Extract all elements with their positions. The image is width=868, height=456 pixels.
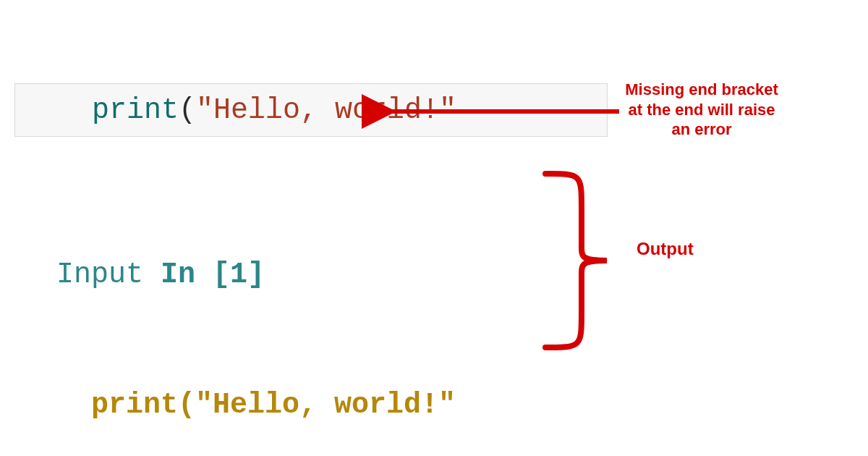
output-header-prefix: Input (22, 258, 161, 291)
output-echo-text: print("Hello, world!" (22, 389, 456, 421)
output-area: Input In [1] print("Hello, world!" ^ Syn… (22, 166, 595, 456)
output-header-index: In [1] (161, 258, 265, 291)
output-header: Input In [1] (22, 253, 595, 297)
output-code-echo: print("Hello, world!" (22, 384, 595, 427)
tok-open-paren: ( (179, 94, 196, 127)
tok-func: print (92, 94, 179, 127)
brace-icon (538, 166, 625, 355)
arrow-icon (379, 101, 625, 122)
annotation-output-label: Output (637, 239, 694, 259)
annotation-missing-bracket: Missing end bracket at the end will rais… (622, 80, 781, 140)
